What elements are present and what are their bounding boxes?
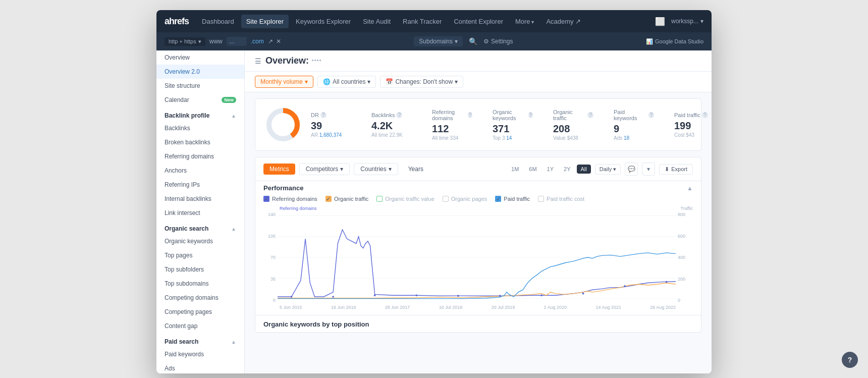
legend-paid-traffic-cost[interactable]: Paid traffic cost — [538, 196, 584, 202]
close-icon[interactable]: ✕ — [276, 38, 281, 45]
nav-content-explorer[interactable]: Content Explorer — [449, 15, 508, 28]
protocol-selector[interactable]: http + https ▾ — [165, 37, 205, 46]
settings-button[interactable]: ⚙ Settings — [483, 38, 513, 45]
section-header-label: Organic search — [165, 225, 208, 232]
filter-label: Changes: Don't show — [395, 78, 453, 85]
nav-academy[interactable]: Academy ↗ — [541, 15, 586, 28]
google-data-studio-button[interactable]: 📊 Google Data Studio — [646, 38, 703, 45]
x-label-1: 16 Jun 2016 — [331, 305, 356, 310]
chevron-down-icon: ▾ — [340, 166, 343, 173]
nav-more[interactable]: More — [510, 15, 539, 28]
nav-site-audit[interactable]: Site Audit — [358, 15, 396, 28]
help-button[interactable]: ? — [842, 352, 858, 368]
workspace-button[interactable]: workssp... ▾ — [671, 18, 703, 25]
sidebar-item-top-subdomains[interactable]: Top subdomains — [156, 277, 244, 291]
external-link-icon[interactable]: ↗ — [268, 38, 273, 45]
time-btn-2y[interactable]: 2Y — [560, 165, 574, 174]
content-area: ☰ Overview: ···· Monthly volume ▾ 🌐 All … — [245, 50, 712, 373]
monthly-volume-filter[interactable]: Monthly volume ▾ — [255, 76, 313, 88]
time-btn-1y[interactable]: 1Y — [543, 165, 558, 174]
x-label-5: 2 Aug 2020 — [544, 305, 567, 310]
sidebar-item-ads[interactable]: Ads — [156, 361, 244, 373]
subdomains-selector[interactable]: Subdomains ▾ — [414, 36, 463, 46]
domain-input[interactable]: ... — [227, 37, 247, 46]
referring-domains-info-icon[interactable]: ? — [468, 112, 472, 118]
interval-selector[interactable]: Daily ▾ — [595, 164, 621, 175]
legend-checkbox-paid-traffic-cost[interactable] — [538, 196, 544, 202]
sidebar-item-referring-domains[interactable]: Referring domains — [156, 149, 244, 164]
sidebar-item-referring-ips[interactable]: Referring IPs — [156, 178, 244, 192]
tab-competitors[interactable]: Competitors ▾ — [299, 163, 350, 175]
sidebar-item-overview[interactable]: Overview — [156, 50, 244, 65]
paid-search-section[interactable]: Paid search ▲ — [156, 333, 244, 347]
comment-button[interactable]: 💬 — [625, 163, 638, 176]
legend-organic-traffic-value[interactable]: Organic traffic value — [376, 196, 435, 202]
legend-checkbox-organic-traffic-value[interactable] — [376, 196, 383, 202]
tab-years[interactable]: Years — [402, 164, 429, 175]
time-btn-6m[interactable]: 6M — [525, 165, 540, 174]
tab-label: Countries — [360, 166, 386, 173]
time-btn-all[interactable]: All — [577, 165, 591, 174]
sidebar: Overview Overview 2.0 Site structure Cal… — [156, 50, 245, 373]
url-bar: http + https ▾ www ... .com ↗ ✕ Subdomai… — [156, 32, 712, 50]
organic-traffic-info-icon[interactable]: ? — [587, 112, 593, 118]
monitor-icon[interactable]: ⬜ — [655, 17, 665, 26]
sidebar-item-paid-keywords[interactable]: Paid keywords — [156, 347, 244, 361]
performance-chart — [278, 212, 676, 303]
sidebar-item-competing-pages[interactable]: Competing pages — [156, 305, 244, 319]
sidebar-item-competing-domains[interactable]: Competing domains — [156, 291, 244, 305]
legend-organic-traffic[interactable]: ✓ Organic traffic — [326, 196, 368, 202]
paid-traffic-info-icon[interactable]: ? — [702, 112, 708, 118]
chevron-down-icon: ▾ — [367, 78, 370, 85]
organic-search-section[interactable]: Organic search ▲ — [156, 220, 244, 234]
legend-organic-pages[interactable]: Organic pages — [443, 196, 487, 202]
tab-metrics[interactable]: Metrics — [263, 164, 295, 175]
time-btn-1m[interactable]: 1M — [507, 165, 523, 174]
nav-rank-tracker[interactable]: Rank Tracker — [398, 15, 447, 28]
sidebar-item-broken-backlinks[interactable]: Broken backlinks — [156, 135, 244, 149]
sidebar-item-calendar[interactable]: Calendar New — [156, 93, 244, 107]
changes-filter[interactable]: 📅 Changes: Don't show ▾ — [380, 76, 463, 88]
sidebar-item-organic-keywords[interactable]: Organic keywords — [156, 234, 244, 248]
tab-countries[interactable]: Countries ▾ — [354, 163, 398, 175]
export-label: Export — [671, 166, 687, 172]
search-button[interactable]: 🔍 — [467, 37, 479, 45]
legend-checkbox-organic-pages[interactable] — [443, 196, 449, 202]
legend-checkbox-referring-domains[interactable]: ✓ — [263, 196, 269, 202]
y-right-600: 600 — [678, 234, 693, 239]
legend-checkbox-paid-traffic[interactable]: ✓ — [495, 196, 501, 202]
sidebar-item-backlinks[interactable]: Backlinks — [156, 121, 244, 135]
gear-icon: ⚙ — [483, 38, 489, 45]
sidebar-item-label: Organic keywords — [165, 238, 213, 245]
organic-keywords-info-icon[interactable]: ? — [528, 112, 533, 118]
performance-header: Performance ▲ — [255, 181, 701, 192]
sidebar-item-site-structure[interactable]: Site structure — [156, 79, 244, 93]
legend-checkbox-organic-traffic[interactable]: ✓ — [326, 196, 332, 202]
sidebar-item-top-subfolders[interactable]: Top subfolders — [156, 262, 244, 277]
backlink-profile-section[interactable]: Backlink profile ▲ — [156, 107, 244, 121]
all-countries-filter[interactable]: 🌐 All countries ▾ — [317, 76, 376, 88]
sidebar-item-anchors[interactable]: Anchors — [156, 164, 244, 178]
nav-keywords-explorer[interactable]: Keywords Explorer — [291, 15, 356, 28]
hamburger-icon[interactable]: ☰ — [255, 57, 261, 65]
legend-paid-traffic[interactable]: ✓ Paid traffic — [495, 196, 530, 202]
collapse-chart-icon[interactable]: ▲ — [687, 185, 693, 192]
dropdown-button[interactable]: ▾ — [642, 163, 655, 176]
paid-keywords-info-icon[interactable]: ? — [648, 112, 654, 118]
sidebar-item-overview-2[interactable]: Overview 2.0 — [156, 65, 244, 79]
backlinks-info-icon[interactable]: ? — [396, 112, 402, 118]
sidebar-item-top-pages[interactable]: Top pages — [156, 248, 244, 262]
export-button[interactable]: ⬇ Export — [659, 164, 693, 175]
sidebar-item-internal-backlinks[interactable]: Internal backlinks — [156, 192, 244, 206]
sidebar-item-link-intersect[interactable]: Link intersect — [156, 206, 244, 220]
dr-info-icon[interactable]: ? — [320, 112, 327, 118]
tab-label: Competitors — [306, 166, 339, 173]
sidebar-item-content-gap[interactable]: Content gap — [156, 319, 244, 333]
nav-site-explorer[interactable]: Site Explorer — [241, 15, 289, 28]
interval-label: Daily — [600, 166, 612, 172]
logo[interactable]: ahrefs — [165, 16, 189, 27]
calendar-icon: 📅 — [386, 78, 393, 85]
performance-title: Performance — [263, 184, 303, 192]
legend-referring-domains[interactable]: ✓ Referring domains — [263, 196, 317, 202]
nav-dashboard[interactable]: Dashboard — [197, 15, 239, 28]
